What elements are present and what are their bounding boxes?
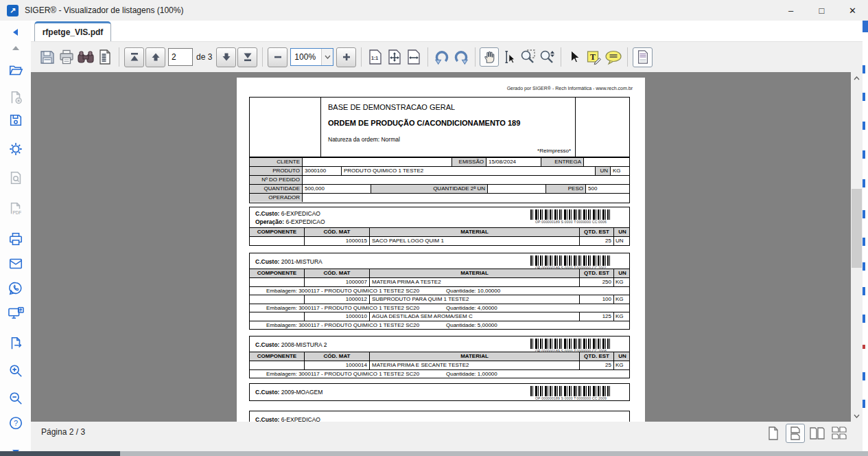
svg-text:T: T [590,52,596,62]
svg-text:PDF: PDF [12,210,21,215]
document-viewport[interactable]: Gerado por SIGER® - Rech Informática - w… [31,72,851,422]
comment-icon[interactable] [604,47,623,67]
embalagem-row: Embalagem: 3000117 - PRODUTO QUIMICO 1 T… [250,286,629,295]
barcode: OP:000000189 S:0000 T:0000000 CC:2001 [530,255,611,270]
section-expedicao-2: C.Custo: 6-EXPEDICAO [249,411,630,422]
zoom-in-button[interactable] [336,47,356,67]
cliente-value [303,158,452,166]
section-mistura-2: C.Custo: 2008-MISTURA 2 OP:000000189 S:0… [249,336,630,378]
maximize-button[interactable]: □ [806,0,837,21]
zoom-in-icon[interactable] [8,363,24,379]
page-view-button[interactable] [633,47,653,67]
zoom-out-icon[interactable] [8,390,24,407]
table-row: 1000012SUBPRODUTO PARA QUIM 1 TESTE2100K… [250,295,629,304]
peso-label: PESO [546,185,586,193]
continuous-layout-icon[interactable] [786,424,805,443]
page-indicator: Página 2 / 3 [41,427,85,437]
app-window: ↗ SIGER® - Visualizador de listagens (10… [0,0,868,456]
close-button[interactable]: ✕ [837,0,868,21]
scrollbar-thumb[interactable] [852,189,862,268]
produto-label: PRODUTO [250,167,303,175]
pedido-label: Nº DO PEDIDO [250,176,303,184]
pdf-page: Gerado por SIGER® - Rech Informática - w… [237,78,645,422]
order-info-table: CLIENTE EMISSÃO 15/08/2024 ENTREGA PRODU… [249,157,630,203]
table-row: 1000014MATERIA PRIMA E SECANTE TESTE225K… [250,361,629,369]
hand-tool-button[interactable] [480,47,499,67]
pointer-icon[interactable] [565,47,585,67]
report-icon[interactable] [95,47,115,67]
fit-width-icon[interactable] [404,47,423,67]
entrega-value [584,158,629,166]
fit-page-icon[interactable] [385,47,404,67]
scrollbar-down-icon[interactable] [851,410,863,422]
previous-page-button[interactable] [145,47,165,67]
tab-document[interactable]: rfpetge_VIS.pdf [34,21,111,41]
export-file-icon[interactable] [8,335,24,352]
section-expedicao: C.Custo: 6-EXPEDICAO Operação: 6-EXPEDIC… [249,207,630,246]
help-icon[interactable]: ? [8,415,24,431]
publish-screen-icon[interactable] [8,305,24,321]
find-icon[interactable] [76,47,95,67]
toolbar: de 3 100% 1:1 T [31,41,863,72]
un-value: KG [611,167,629,175]
zoom-level-select[interactable]: 100% [290,48,333,66]
embalagem-row: Embalagem: 3000117 - PRODUTO QUIMICO 1 T… [250,304,629,312]
table-row: 1000010AGUA DESTILADA SEM AROMA/SEM C125… [250,312,629,321]
rotate-right-icon[interactable] [451,47,471,67]
print-icon[interactable] [57,47,76,67]
tab-label: rfpetge_VIS.pdf [43,27,104,37]
text-annotation-icon[interactable]: T [585,47,604,67]
emissao-label: EMISSÃO [452,158,486,166]
chevron-down-icon[interactable] [321,49,333,65]
barcode: OP:000000189 S:0000 T:0000000 CC:2009 [530,386,611,400]
continuous-facing-layout-icon[interactable] [830,424,849,443]
close-file-icon[interactable] [8,89,24,106]
table-row: 1000015SACO PAPEL LOGO QUIM 125UN [250,236,629,245]
order-title: ORDEM DE PRODUÇÃO C/ACONDICIONAMENTO 189 [328,119,568,127]
embalagem-row: Embalagem: 3000117 - PRODUTO QUIMICO 1 T… [250,369,629,378]
section-mistura: C.Custo: 2001-MISTURA OP:000000189 S:000… [249,253,630,330]
quantidade-label: QUANTIDADE [250,185,303,193]
quantidade2-value [488,185,546,193]
vertical-scrollbar[interactable] [851,72,863,422]
minimize-button[interactable]: – [775,0,806,21]
logo-cell [250,98,321,157]
left-sidebar: PDF ? [0,21,31,456]
print-icon[interactable] [8,231,24,247]
settings-icon[interactable] [8,141,24,157]
facing-layout-icon[interactable] [808,424,827,443]
zoom-dynamic-icon[interactable] [537,47,556,67]
order-header: BASE DE DEMONSTRACAO GERAL ORDEM DE PROD… [249,97,630,157]
window-title: SIGER® - Visualizador de listagens (100%… [25,5,183,15]
emissao-value: 15/08/2024 [486,158,541,166]
entrega-label: ENTREGA [541,158,584,166]
last-page-button[interactable] [237,47,257,67]
quantidade2-label: QUANTIDADE 2ª UN [371,185,488,193]
cliente-label: CLIENTE [250,158,303,166]
svg-text:?: ? [14,419,18,427]
export-pdf-icon[interactable]: PDF [8,201,24,217]
company-name: BASE DE DEMONSTRACAO GERAL [328,103,568,111]
save-file-icon[interactable] [8,112,24,128]
zoom-level-value: 100% [291,49,321,65]
single-page-layout-icon[interactable] [764,424,783,443]
send-whatsapp-icon[interactable] [8,280,24,297]
page-number-input[interactable] [168,48,193,66]
scrollbar-up-icon[interactable] [851,72,863,84]
send-email-icon[interactable] [8,255,24,272]
preview-icon[interactable] [8,170,24,186]
zoom-marquee-icon[interactable] [518,47,537,67]
zoom-out-button[interactable] [268,47,288,67]
actual-size-icon[interactable]: 1:1 [366,47,385,67]
open-file-icon[interactable] [8,62,24,78]
next-page-button[interactable] [216,47,236,67]
select-text-icon[interactable] [499,47,518,67]
rotate-left-icon[interactable] [432,47,451,67]
first-page-button[interactable] [124,47,144,67]
embalagem-row: Embalagem: 3000117 - PRODUTO QUIMICO 1 T… [250,321,629,329]
collapse-panel-icon[interactable] [8,24,24,41]
quantidade-value: 500,000 [303,185,371,193]
save-icon[interactable] [38,47,57,67]
table-row: 1000007MATERIA PRIMA A TESTE2250KG [250,277,629,286]
scroll-up-icon[interactable] [8,40,24,56]
